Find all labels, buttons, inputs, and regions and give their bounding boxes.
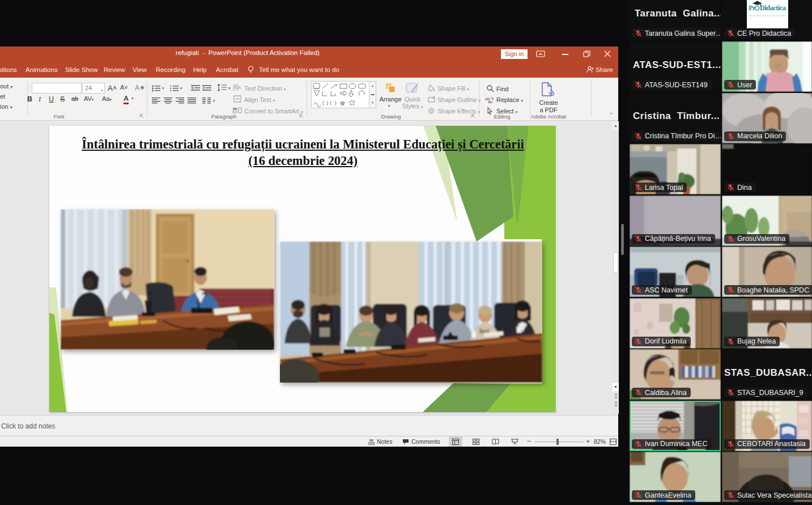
svg-text:CENTRU EDUCATIONAL: CENTRU EDUCATIONAL: [748, 14, 787, 17]
svg-text:ac: ac: [488, 99, 492, 103]
svg-text:A: A: [238, 85, 241, 90]
svg-text:Didactica: Didactica: [760, 4, 787, 12]
